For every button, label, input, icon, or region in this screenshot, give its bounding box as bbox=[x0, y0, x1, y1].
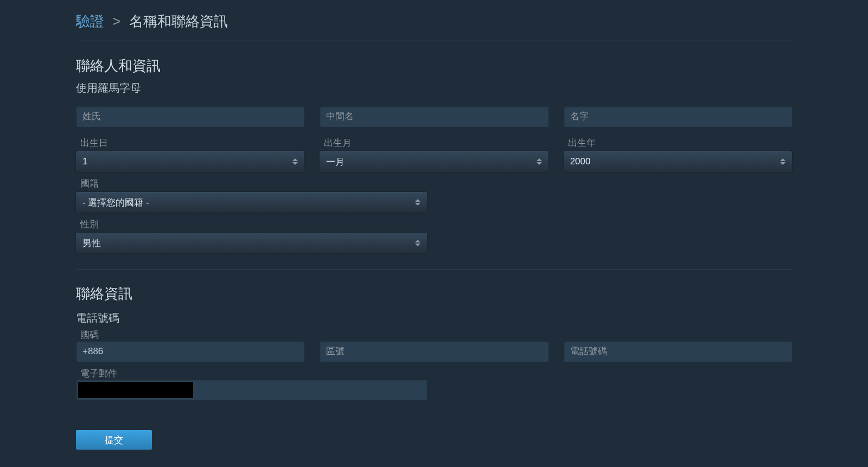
nationality-value: - 選擇您的國籍 - bbox=[82, 196, 149, 209]
dob-day-label: 出生日 bbox=[80, 137, 304, 149]
area-code-input[interactable] bbox=[320, 341, 548, 362]
select-arrows-icon bbox=[415, 240, 420, 246]
email-redacted-value bbox=[78, 382, 193, 398]
gender-value: 男性 bbox=[82, 237, 101, 250]
select-arrows-icon bbox=[415, 199, 420, 206]
middle-name-input[interactable] bbox=[320, 106, 548, 127]
dob-month-value: 一月 bbox=[326, 156, 344, 168]
dob-year-value: 2000 bbox=[570, 156, 591, 167]
country-code-label: 國碼 bbox=[80, 329, 304, 341]
dob-month-select[interactable]: 一月 bbox=[320, 151, 548, 172]
dob-day-select[interactable]: 1 bbox=[76, 151, 304, 172]
breadcrumb-separator: > bbox=[112, 13, 120, 29]
phone-number-input[interactable] bbox=[564, 341, 792, 362]
breadcrumb-link-verify[interactable]: 驗證 bbox=[76, 13, 104, 29]
dob-year-select[interactable]: 2000 bbox=[564, 151, 792, 172]
section-divider bbox=[76, 270, 792, 270]
first-name-input[interactable] bbox=[564, 106, 792, 127]
gender-label: 性別 bbox=[80, 218, 427, 231]
country-code-input[interactable] bbox=[76, 341, 304, 362]
section-contact-info-title: 聯絡人和資訊 bbox=[76, 56, 792, 75]
dob-month-label: 出生月 bbox=[324, 137, 548, 149]
dob-day-value: 1 bbox=[82, 156, 87, 167]
select-arrows-icon bbox=[292, 158, 298, 165]
breadcrumb: 驗證 > 名稱和聯絡資訊 bbox=[76, 12, 792, 41]
nationality-select[interactable]: - 選擇您的國籍 - bbox=[76, 192, 427, 213]
breadcrumb-current: 名稱和聯絡資訊 bbox=[129, 13, 228, 29]
section-divider bbox=[76, 419, 792, 419]
email-label: 電子郵件 bbox=[80, 367, 427, 380]
phone-section-label: 電話號碼 bbox=[76, 311, 792, 325]
gender-select[interactable]: 男性 bbox=[76, 233, 427, 253]
select-arrows-icon bbox=[537, 158, 542, 165]
submit-button[interactable]: 提交 bbox=[76, 430, 152, 450]
nationality-label: 國籍 bbox=[80, 177, 427, 190]
email-input[interactable] bbox=[76, 380, 427, 400]
submit-button-label: 提交 bbox=[105, 434, 123, 446]
dob-year-label: 出生年 bbox=[568, 137, 792, 149]
select-arrows-icon bbox=[780, 158, 786, 165]
section-contact-details-title: 聯絡資訊 bbox=[76, 284, 792, 303]
last-name-input[interactable] bbox=[76, 106, 304, 127]
section-contact-info-subtitle: 使用羅馬字母 bbox=[76, 81, 792, 95]
